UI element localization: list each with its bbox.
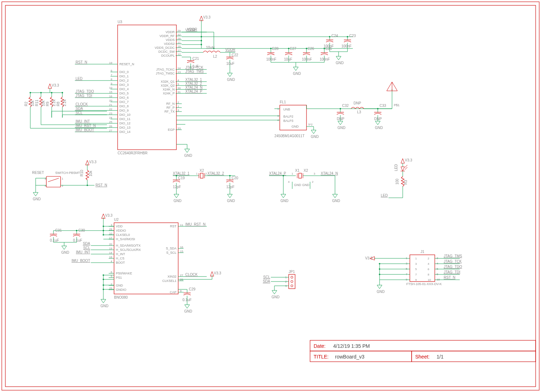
svg-text:GND: GND [227, 78, 235, 82]
refdes-U3: U3 [118, 20, 122, 24]
svg-text:GND: GND [332, 199, 340, 203]
svg-text:0.1uF: 0.1uF [50, 238, 59, 242]
svg-text:V3.3: V3.3 [52, 83, 59, 87]
svg-text:10uH: 10uH [206, 46, 215, 50]
svg-text:GND: GND [272, 295, 279, 299]
svg-point-332 [229, 175, 231, 176]
svg-text:BALP3: BALP3 [283, 119, 293, 123]
svg-point-201 [347, 36, 348, 37]
inductor-L3: L3 DNP [351, 101, 392, 114]
svg-text:100: 100 [395, 179, 399, 185]
svg-text:DIO_12: DIO_12 [119, 122, 130, 125]
resistor-R10: V3.3 R10 10k [80, 160, 97, 186]
svg-text:DIO_10: DIO_10 [119, 113, 130, 117]
svg-text:R10: R10 [80, 170, 84, 176]
svg-point-248 [377, 108, 378, 109]
svg-text:2: 2 [62, 184, 63, 187]
xtal-32k: XTAL32_1 X2 XTAL32_2 12 C19 12pF GND C20… [173, 169, 238, 203]
svg-text:LED: LED [381, 194, 388, 197]
gnd-C22: GND [227, 73, 235, 82]
svg-text:100nF: 100nF [302, 57, 312, 61]
svg-text:DIO_1: DIO_1 [119, 74, 129, 78]
svg-text:IMU_BOOT: IMU_BOOT [76, 128, 94, 132]
svg-text:1: 1 [292, 172, 293, 175]
svg-text:C24: C24 [331, 34, 338, 38]
svg-point-463 [76, 230, 77, 231]
svg-text:XTAL24_N: XTAL24_N [185, 86, 202, 89]
svg-text:2.2k: 2.2k [52, 99, 56, 106]
svg-text:SCL: SCL [263, 275, 270, 279]
svg-text:4: 4 [45, 184, 46, 187]
svg-text:H_CS: H_CS [116, 257, 124, 260]
svg-text:RST_N: RST_N [96, 183, 107, 187]
svg-marker-475 [101, 299, 106, 303]
svg-text:10uF: 10uF [284, 57, 292, 61]
svg-text:DIO_5: DIO_5 [119, 92, 129, 95]
svg-text:DIO_11: DIO_11 [119, 117, 130, 121]
svg-text:X2: X2 [304, 169, 308, 172]
svg-text:X24K_N: X24K_N [163, 88, 175, 91]
svg-text:DIO_13: DIO_13 [119, 126, 130, 129]
svg-text:VDDS: VDDS [166, 38, 175, 42]
pullup-resistors: V3.3 R210kR1110kR92.2kR82.2k [24, 83, 107, 128]
svg-text:GND: GND [302, 183, 310, 187]
svg-text:CLKSEL0: CLKSEL0 [116, 233, 130, 237]
svg-text:0.1uF: 0.1uF [182, 298, 192, 302]
svg-text:10k: 10k [31, 100, 35, 106]
svg-text:5*2: 5*2 [308, 123, 313, 126]
svg-text:R11: R11 [35, 99, 39, 106]
antenna-symbol: P$1 [387, 82, 400, 109]
svg-text:VDD: VDD [116, 225, 123, 228]
svg-text:UNB: UNB [283, 108, 290, 111]
svg-text:RESET_N: RESET_N [119, 62, 134, 66]
svg-text:2450BM14G0011T: 2450BM14G0011T [274, 134, 305, 138]
svg-text:DIO_7: DIO_7 [119, 100, 129, 104]
inductor-L2: L2 10uH VDDR [182, 46, 235, 58]
svg-text:C31: C31 [55, 228, 62, 232]
svg-text:FTSH-105-01-XXX-DV-K: FTSH-105-01-XXX-DV-K [406, 282, 442, 286]
gnd-U3-EGP: GND [176, 144, 192, 158]
svg-text:DIO_14: DIO_14 [119, 130, 130, 134]
svg-point-481 [103, 284, 104, 286]
svg-text:SDA: SDA [263, 279, 270, 283]
svg-text:C26: C26 [308, 47, 314, 51]
svg-text:DCOUPL: DCOUPL [161, 54, 175, 57]
svg-point-497 [103, 234, 104, 236]
svg-marker-329 [174, 194, 179, 198]
svg-text:3: 3 [314, 172, 315, 175]
svg-text:C32: C32 [342, 104, 349, 108]
svg-rect-342 [299, 173, 302, 178]
svg-text:XTAL24_N: XTAL24_N [321, 171, 338, 175]
svg-line-294 [48, 178, 59, 182]
svg-text:R9: R9 [46, 102, 50, 106]
svg-text:C27: C27 [290, 47, 297, 51]
reset-switch: RESET SWITCH-PBSMT 3 4 1 2 GND V3.3 R10 … [32, 160, 107, 201]
svg-text:DIO_8: DIO_8 [119, 104, 129, 108]
svg-text:2: 2 [428, 257, 429, 260]
svg-text:DNP: DNP [354, 101, 361, 105]
svg-text:RST: RST [170, 225, 177, 228]
svg-text:100nF: 100nF [324, 44, 334, 48]
svg-point-546 [379, 268, 380, 270]
svg-text:C19: C19 [178, 176, 185, 180]
svg-text:IMU_RST_N: IMU_RST_N [76, 124, 96, 128]
svg-text:XIN32: XIN32 [168, 275, 176, 278]
svg-point-499 [291, 276, 293, 278]
svg-text:RST_N: RST_N [76, 60, 87, 64]
svg-text:0.1uF: 0.1uF [73, 238, 82, 242]
svg-text:CLKSEL1: CLKSEL1 [162, 279, 176, 283]
svg-point-545 [379, 263, 380, 264]
svg-text:C33: C33 [380, 104, 386, 108]
svg-text:C22: C22 [232, 53, 238, 57]
svg-text:Date:: Date: [314, 343, 325, 349]
svg-point-195 [329, 36, 330, 37]
svg-text:VDDR_RF: VDDR_RF [159, 34, 175, 38]
svg-text:DCDC_SW: DCDC_SW [158, 50, 175, 53]
svg-marker-337 [227, 194, 232, 198]
svg-text:C20: C20 [232, 176, 238, 180]
cap-C32: C32 DNP GND [337, 104, 349, 130]
svg-point-306 [87, 185, 88, 186]
svg-text:2: 2 [312, 180, 314, 184]
antenna-matching: C32 DNP GND L3 DNP C33 DNP GND P$1 [337, 82, 400, 130]
svg-text:1: 1 [196, 172, 198, 175]
